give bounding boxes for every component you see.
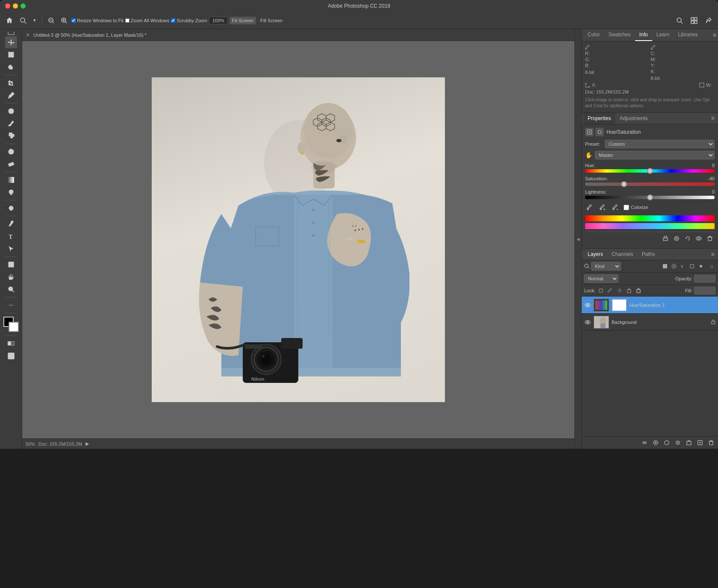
tab-learn[interactable]: Learn: [652, 29, 674, 41]
eyedropper-button[interactable]: [585, 203, 594, 212]
hue-slider-thumb[interactable]: [647, 168, 653, 174]
shape-tool[interactable]: [5, 259, 17, 270]
search-icon-button[interactable]: [674, 16, 686, 25]
pen-tool[interactable]: [5, 218, 17, 230]
tab-properties[interactable]: Properties: [583, 113, 615, 124]
resize-windows-checkbox[interactable]: [71, 18, 76, 23]
new-adjustment-layer-button[interactable]: [674, 438, 682, 447]
filter-pixel-button[interactable]: [661, 262, 669, 270]
hue-sat-layer-icon[interactable]: [585, 128, 594, 136]
scrubby-zoom-checkbox[interactable]: [171, 18, 175, 23]
clone-stamp-tool[interactable]: [5, 130, 17, 142]
type-tool[interactable]: T: [5, 230, 17, 242]
saturation-slider-track[interactable]: [585, 182, 715, 186]
tab-paths[interactable]: Paths: [638, 249, 659, 260]
layer-item-background[interactable]: Background: [582, 314, 718, 331]
saturation-slider-thumb[interactable]: [621, 181, 627, 187]
lightness-slider-track[interactable]: [585, 196, 715, 199]
background-color[interactable]: [9, 322, 19, 332]
resize-windows-label[interactable]: Resize Windows to Fit: [71, 18, 124, 23]
home-button[interactable]: [3, 16, 15, 25]
blur-tool[interactable]: [5, 186, 17, 198]
tab-close-button[interactable]: ✕: [26, 32, 30, 38]
close-button[interactable]: [5, 3, 10, 9]
filter-adjustment-button[interactable]: [670, 262, 678, 270]
eyedropper-plus-button[interactable]: [598, 203, 607, 212]
lightness-slider-thumb[interactable]: [647, 194, 653, 200]
crop-tool[interactable]: [5, 77, 17, 89]
zoom-input[interactable]: 100%: [209, 17, 228, 24]
colorize-checkbox[interactable]: [624, 205, 629, 210]
blend-mode-select[interactable]: Normal: [584, 274, 618, 283]
fit-screen-button[interactable]: Fit Screen: [230, 17, 256, 24]
gradient-tool[interactable]: [5, 174, 17, 186]
reset-button[interactable]: [683, 234, 692, 243]
zoom-tool-button[interactable]: [17, 16, 29, 25]
delete-adjustment-button[interactable]: [705, 234, 715, 243]
view-prev-button[interactable]: [672, 234, 681, 243]
fullscreen-button[interactable]: [21, 3, 26, 9]
hue-slider-track[interactable]: [585, 169, 715, 173]
filter-type-button[interactable]: T: [679, 262, 687, 270]
canvas-nav-arrow[interactable]: ▶: [85, 441, 89, 447]
colorize-checkbox-label[interactable]: Colorize: [624, 205, 648, 210]
top-panel-menu-button[interactable]: ≡: [713, 32, 716, 38]
add-layer-mask-button[interactable]: [662, 438, 671, 447]
layer-item-hue-saturation[interactable]: Hue/Saturation 1: [582, 297, 718, 314]
minimize-button[interactable]: [13, 3, 18, 9]
lock-pixels-button[interactable]: [597, 287, 605, 294]
fill-screen-button[interactable]: Fill Screen: [258, 17, 285, 24]
tab-layers[interactable]: Layers: [583, 249, 607, 260]
filter-type-select[interactable]: Kind: [591, 262, 621, 270]
filter-smart-button[interactable]: [697, 262, 705, 270]
lock-artboard-button[interactable]: [625, 287, 633, 294]
tab-swatches[interactable]: Swatches: [604, 29, 635, 41]
layers-panel-menu-button[interactable]: ≡: [709, 249, 716, 259]
lasso-tool[interactable]: [5, 61, 17, 73]
healing-brush-tool[interactable]: [5, 105, 17, 117]
hue-sat-mask-icon[interactable]: [595, 128, 604, 136]
zoom-out-button[interactable]: [46, 16, 57, 25]
layer-eye-background[interactable]: [584, 319, 591, 326]
delete-layer-button[interactable]: [707, 438, 715, 447]
brush-tool[interactable]: [5, 118, 17, 129]
zoom-all-windows-checkbox[interactable]: [125, 18, 129, 23]
eyedropper-tool[interactable]: [5, 89, 17, 101]
arrange-windows-button[interactable]: [688, 16, 700, 25]
new-group-button[interactable]: [685, 438, 693, 447]
eraser-tool[interactable]: [5, 158, 17, 170]
clip-to-layer-button[interactable]: [661, 234, 670, 243]
move-tool[interactable]: [5, 36, 17, 48]
zoom-dropdown-button[interactable]: ▾: [31, 16, 38, 24]
canvas-scroll[interactable]: Nikon ▲ ▲ ▲: [22, 41, 574, 438]
zoom-tool-panel[interactable]: [5, 283, 17, 295]
toggle-visibility-button[interactable]: [694, 234, 703, 243]
add-layer-style-button[interactable]: [651, 438, 660, 447]
tab-color[interactable]: Color: [583, 29, 604, 41]
filter-shape-button[interactable]: [688, 262, 696, 270]
marquee-tool[interactable]: [5, 49, 17, 61]
fold-panel-button[interactable]: ◀: [574, 29, 581, 449]
channel-select[interactable]: Master: [595, 151, 715, 159]
link-layers-button[interactable]: [640, 438, 649, 447]
path-selection-tool[interactable]: [5, 243, 17, 255]
filter-toggle-button[interactable]: ○: [708, 262, 715, 270]
properties-menu-button[interactable]: ≡: [709, 113, 716, 124]
fill-input[interactable]: 100%: [694, 287, 715, 294]
lock-all-button[interactable]: [635, 287, 642, 294]
zoom-in-button[interactable]: [59, 16, 70, 25]
history-brush-tool[interactable]: [5, 146, 17, 158]
lock-position-button[interactable]: [616, 287, 624, 294]
tab-libraries[interactable]: Libraries: [674, 29, 702, 41]
hand-tool[interactable]: [5, 271, 17, 283]
tab-channels[interactable]: Channels: [607, 249, 638, 260]
more-tools-button[interactable]: ···: [5, 299, 17, 311]
scrubby-zoom-label[interactable]: Scrubby Zoom: [171, 18, 207, 23]
lock-brush-button[interactable]: [606, 287, 614, 294]
canvas-image[interactable]: Nikon ▲ ▲ ▲: [152, 77, 445, 402]
preset-select[interactable]: Custom: [605, 140, 715, 148]
tab-info[interactable]: Info: [635, 29, 652, 41]
layer-eye-hue-saturation[interactable]: [584, 302, 591, 309]
tab-adjustments[interactable]: Adjustments: [615, 113, 652, 124]
new-layer-button[interactable]: [696, 438, 704, 447]
